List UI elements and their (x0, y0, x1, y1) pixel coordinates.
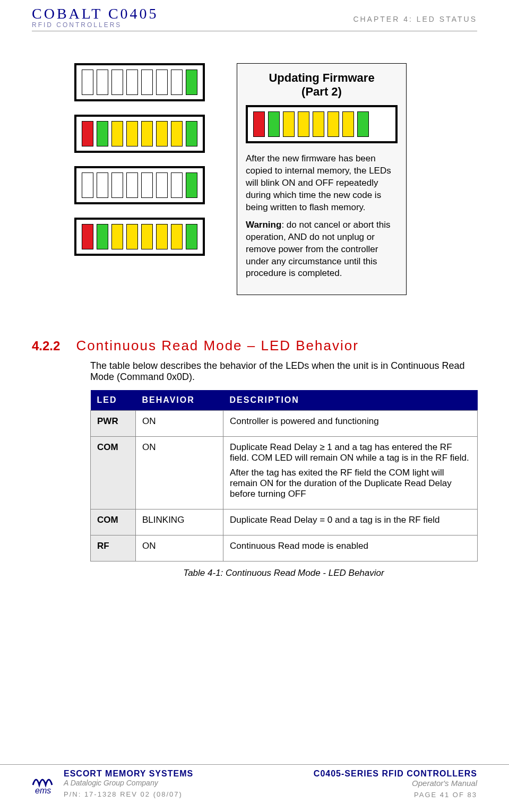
led-cell (141, 224, 153, 249)
cell-behavior: BLINKING (136, 509, 223, 535)
chapter-title: CHAPTER 4: LED STATUS (353, 15, 477, 23)
firmware-callout: Updating Firmware (Part 2) After the new… (237, 63, 407, 295)
footer-part-number: P/N: 17-1328 REV 02 (08/07) (64, 790, 193, 798)
cell-behavior: ON (136, 411, 223, 437)
led-stack (74, 63, 205, 295)
led-strip (74, 218, 205, 256)
led-cell (298, 111, 309, 137)
led-cell (82, 224, 93, 249)
led-cell (111, 224, 123, 249)
led-cell (171, 121, 183, 146)
led-strip (74, 166, 205, 204)
led-cell (97, 224, 108, 249)
led-cell (283, 111, 295, 137)
led-strip (74, 115, 205, 153)
footer-manual: Operator's Manual (314, 779, 477, 788)
led-cell (141, 70, 153, 95)
cell-behavior: ON (136, 437, 223, 509)
led-cell (126, 70, 138, 95)
table-caption: Table 4-1: Continuous Read Mode - LED Be… (90, 568, 477, 578)
th-behavior: BEHAVIOR (136, 390, 223, 411)
cell-led: COM (91, 509, 136, 535)
brand-sub: RFID CONTROLLERS (32, 21, 159, 29)
th-description: DESCRIPTION (223, 390, 478, 411)
led-cell (186, 224, 197, 249)
callout-para1: After the new firmware has been copied t… (246, 153, 398, 214)
callout-title-line2: (Part 2) (301, 85, 342, 98)
led-cell (156, 224, 168, 249)
cell-behavior: ON (136, 535, 223, 562)
led-cell (186, 172, 197, 198)
led-cell (156, 121, 168, 146)
led-cell (313, 111, 324, 137)
led-cell (97, 172, 108, 198)
led-cell (171, 70, 183, 95)
cell-led: PWR (91, 411, 136, 437)
table-row: COMBLINKINGDuplicate Read Delay = 0 and … (91, 509, 478, 535)
warning-label: Warning (246, 220, 281, 230)
brand-block: COBALT C0405 RFID CONTROLLERS (32, 5, 159, 29)
callout-para2: Warning: do not cancel or abort this ope… (246, 219, 398, 280)
footer-brand-sub: A Datalogic Group Company (64, 779, 193, 787)
led-cell (171, 172, 183, 198)
led-cell (141, 121, 153, 146)
footer-series: C0405-SERIES RFID CONTROLLERS (314, 769, 477, 779)
cell-description: Continuous Read mode is enabled (223, 535, 478, 562)
page-header: COBALT C0405 RFID CONTROLLERS CHAPTER 4:… (32, 5, 477, 31)
table-row: COMONDuplicate Read Delay ≥ 1 and a tag … (91, 437, 478, 509)
section-title: Continuous Read Mode – LED Behavior (76, 338, 359, 354)
brand-main: COBALT C0405 (32, 5, 159, 22)
led-cell (357, 111, 369, 137)
led-cell (342, 111, 354, 137)
led-cell (268, 111, 280, 137)
cell-led: COM (91, 437, 136, 509)
section-heading: 4.2.2 Continuous Read Mode – LED Behavio… (32, 338, 477, 354)
led-cell (327, 111, 339, 137)
led-cell (186, 121, 197, 146)
led-cell (156, 172, 168, 198)
led-cell (253, 111, 265, 137)
led-cell (82, 172, 93, 198)
led-behavior-table: LED BEHAVIOR DESCRIPTION PWRONController… (90, 390, 478, 562)
led-cell (126, 224, 138, 249)
led-cell (111, 121, 123, 146)
led-cell (97, 121, 108, 146)
led-cell (186, 70, 197, 95)
led-cell (126, 121, 138, 146)
cell-led: RF (91, 535, 136, 562)
led-cell (82, 70, 93, 95)
led-cell (141, 172, 153, 198)
footer-brand-main: ESCORT MEMORY SYSTEMS (64, 769, 193, 779)
led-cell (111, 172, 123, 198)
page-footer: ems ESCORT MEMORY SYSTEMS A Datalogic Gr… (0, 764, 509, 809)
cell-description: Duplicate Read Delay ≥ 1 and a tag has e… (223, 437, 478, 509)
callout-title: Updating Firmware (Part 2) (246, 71, 398, 99)
ems-logo-icon: ems (32, 769, 57, 794)
th-led: LED (91, 390, 136, 411)
cell-description: Controller is powered and functioning (223, 411, 478, 437)
section-number: 4.2.2 (32, 339, 60, 353)
led-cell (126, 172, 138, 198)
led-cell (97, 70, 108, 95)
cell-description: Duplicate Read Delay = 0 and a tag is in… (223, 509, 478, 535)
led-cell (111, 70, 123, 95)
callout-title-line1: Updating Firmware (269, 71, 374, 84)
led-strip (74, 63, 205, 101)
section-intro: The table below describes the behavior o… (90, 360, 477, 383)
led-cell (82, 121, 93, 146)
led-cell (171, 224, 183, 249)
led-cell (156, 70, 168, 95)
ems-logo-text: ems (35, 786, 51, 794)
footer-page-number: PAGE 41 OF 83 (314, 791, 477, 799)
callout-led-strip (246, 105, 398, 143)
table-row: PWRONController is powered and functioni… (91, 411, 478, 437)
table-row: RFONContinuous Read mode is enabled (91, 535, 478, 562)
